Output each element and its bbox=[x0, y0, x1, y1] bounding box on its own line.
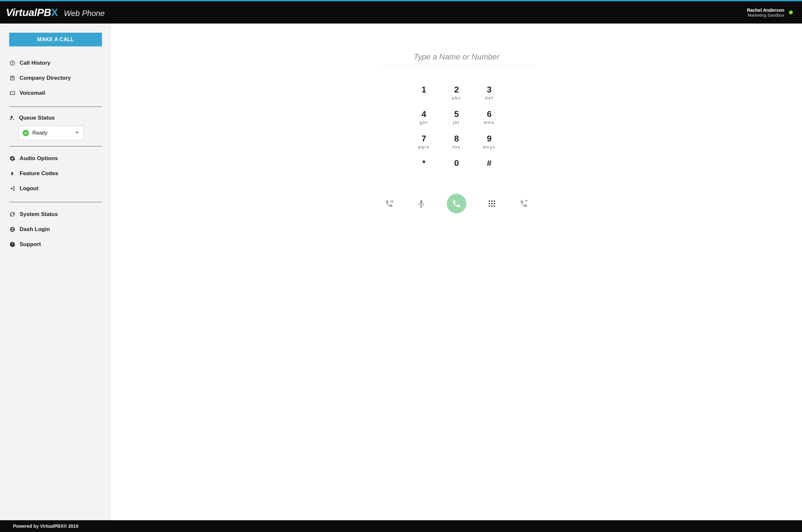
sidebar-item-label: Support bbox=[20, 241, 41, 248]
topbar: VirtualPBX Web Phone Rachel Anderson Mar… bbox=[0, 0, 802, 23]
hold-icon bbox=[385, 199, 394, 208]
svg-rect-14 bbox=[391, 200, 392, 203]
svg-rect-16 bbox=[420, 200, 423, 204]
svg-point-23 bbox=[491, 203, 493, 204]
sidebar-item-label: Company Directory bbox=[20, 75, 71, 81]
user-org: Marketing Sandbox bbox=[747, 13, 784, 18]
sidebar-item-voicemail[interactable]: Voicemail bbox=[9, 86, 102, 101]
dialpad-icon bbox=[488, 200, 496, 208]
sidebar-item-company-directory[interactable]: Company Directory bbox=[9, 71, 102, 86]
keypad-key-6[interactable]: 6mno bbox=[473, 109, 505, 125]
phone-icon bbox=[452, 199, 461, 208]
sidebar-item-system-status[interactable]: System Status bbox=[9, 207, 102, 222]
hold-button[interactable] bbox=[383, 199, 396, 208]
keypad-key-7[interactable]: 7pqrs bbox=[407, 134, 440, 150]
keypad-digit: 3 bbox=[473, 84, 505, 95]
sidebar-item-label: System Status bbox=[20, 211, 58, 217]
keypad-key-8[interactable]: 8tuv bbox=[440, 134, 473, 150]
make-call-button[interactable]: MAKE A CALL bbox=[9, 33, 102, 46]
keypad-letters bbox=[407, 95, 440, 101]
refresh-icon bbox=[9, 211, 16, 217]
keypad-key-2[interactable]: 2abc bbox=[440, 84, 473, 101]
keypad-key-9[interactable]: 9wxyz bbox=[473, 134, 505, 150]
keypad-digit: 1 bbox=[407, 84, 440, 95]
clock-icon bbox=[9, 60, 16, 66]
svg-point-22 bbox=[489, 203, 490, 204]
svg-point-26 bbox=[491, 205, 493, 207]
svg-point-24 bbox=[494, 203, 495, 204]
keypad-letters: tuv bbox=[440, 145, 473, 150]
sidebar-item-label: Logout bbox=[20, 185, 39, 192]
svg-rect-5 bbox=[10, 92, 15, 95]
svg-text:?: ? bbox=[12, 243, 13, 246]
transfer-icon bbox=[519, 199, 529, 208]
person-status-icon bbox=[9, 115, 15, 121]
sidebar-item-label: Voicemail bbox=[20, 90, 45, 96]
dial-input[interactable] bbox=[380, 50, 533, 66]
keypad-letters: mno bbox=[473, 120, 505, 125]
transfer-button[interactable] bbox=[517, 199, 530, 208]
sidebar-item-label: Dash Login bbox=[20, 226, 50, 233]
keypad-digit: 0 bbox=[440, 158, 473, 168]
sidebar: MAKE A CALL Call History Company Directo… bbox=[0, 23, 111, 520]
sidebar-item-dash-login[interactable]: Dash Login bbox=[9, 222, 102, 237]
keypad: 12abc3def4ghi5jkl6mno7pqrs8tuv9wxyz*0# bbox=[407, 84, 505, 174]
svg-point-6 bbox=[11, 116, 13, 118]
user-name: Rachel Anderson bbox=[747, 7, 784, 13]
dialer-panel: 12abc3def4ghi5jkl6mno7pqrs8tuv9wxyz*0# bbox=[111, 23, 802, 520]
call-button[interactable] bbox=[447, 194, 466, 213]
sidebar-item-label: Call History bbox=[20, 60, 50, 66]
keypad-digit: 8 bbox=[440, 134, 473, 144]
keypad-digit: 6 bbox=[473, 109, 505, 119]
footer: Powered by VirtualPBX® 2019 bbox=[0, 520, 802, 532]
call-actions bbox=[383, 194, 530, 213]
svg-rect-15 bbox=[392, 200, 393, 203]
sidebar-item-audio-options[interactable]: Audio Options bbox=[9, 151, 102, 166]
keypad-key-#[interactable]: # bbox=[473, 158, 505, 174]
divider bbox=[9, 202, 102, 202]
mute-button[interactable] bbox=[415, 200, 428, 208]
keypad-digit: # bbox=[473, 158, 505, 168]
nav-tertiary: System Status Dash Login ? Support bbox=[9, 207, 102, 252]
help-icon: ? bbox=[9, 242, 16, 247]
nav-primary: Call History Company Directory Voicemail bbox=[9, 56, 102, 101]
footer-text: Powered by VirtualPBX® 2019 bbox=[13, 524, 78, 529]
svg-point-7 bbox=[13, 119, 14, 120]
keypad-key-*[interactable]: * bbox=[407, 158, 440, 174]
sidebar-item-label: Feature Codes bbox=[20, 170, 58, 177]
brand-subtitle: Web Phone bbox=[64, 9, 104, 18]
keypad-letters bbox=[407, 169, 440, 174]
keypad-key-4[interactable]: 4ghi bbox=[407, 109, 440, 125]
keypad-key-5[interactable]: 5jkl bbox=[440, 109, 473, 125]
divider bbox=[9, 107, 102, 107]
svg-point-25 bbox=[489, 205, 490, 207]
queue-status-label-row: Queue Status bbox=[9, 115, 102, 121]
keypad-letters: def bbox=[473, 95, 505, 101]
brand: VirtualPBX Web Phone bbox=[6, 6, 104, 19]
mic-icon bbox=[417, 200, 425, 208]
keypad-key-0[interactable]: 0 bbox=[440, 158, 473, 174]
keypad-digit: 5 bbox=[440, 109, 473, 119]
keypad-letters bbox=[440, 169, 473, 174]
keypad-toggle-button[interactable] bbox=[485, 200, 498, 208]
sidebar-item-feature-codes[interactable]: Feature Codes bbox=[9, 166, 102, 181]
keypad-digit: 4 bbox=[407, 109, 440, 119]
svg-point-19 bbox=[489, 200, 490, 202]
keypad-letters: wxyz bbox=[473, 145, 505, 150]
brand-logo: VirtualPBX bbox=[6, 6, 58, 19]
keypad-letters bbox=[473, 169, 505, 174]
keypad-letters: pqrs bbox=[407, 145, 440, 150]
queue-status-label: Queue Status bbox=[19, 115, 55, 121]
keypad-key-3[interactable]: 3def bbox=[473, 84, 505, 101]
sidebar-item-support[interactable]: ? Support bbox=[9, 237, 102, 252]
keypad-key-1[interactable]: 1 bbox=[407, 84, 440, 101]
keypad-letters: abc bbox=[440, 95, 473, 101]
queue-status-select[interactable]: Ready bbox=[18, 126, 84, 140]
logout-icon bbox=[9, 186, 16, 191]
chevron-down-icon bbox=[75, 130, 79, 136]
sidebar-item-logout[interactable]: Logout bbox=[9, 181, 102, 196]
keypad-letters: ghi bbox=[407, 120, 440, 125]
book-icon bbox=[9, 75, 16, 81]
sidebar-item-call-history[interactable]: Call History bbox=[9, 56, 102, 71]
topbar-user: Rachel Anderson Marketing Sandbox bbox=[747, 7, 793, 18]
